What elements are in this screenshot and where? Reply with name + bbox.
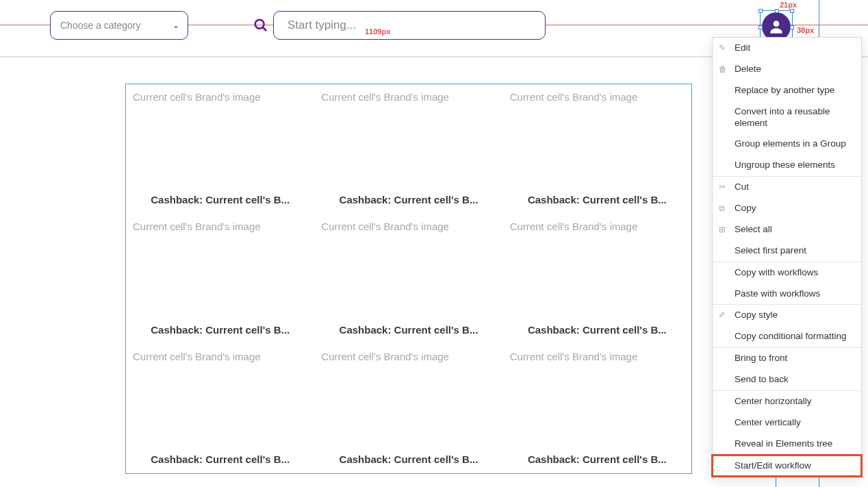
- paint-icon: ✐: [719, 310, 726, 321]
- menu-item-center-vertically[interactable]: Center vertically: [713, 412, 861, 434]
- grid-cell[interactable]: Current cell's Brand's image Cashback: C…: [314, 344, 502, 473]
- grid-cell[interactable]: Current cell's Brand's image Cashback: C…: [503, 344, 691, 473]
- search-input[interactable]: Start typing...: [273, 11, 546, 40]
- grid-cell[interactable]: Current cell's Brand's image Cashback: C…: [314, 214, 502, 343]
- resize-handle[interactable]: [790, 9, 794, 13]
- menu-item-label: Ungroup these elements: [735, 160, 835, 170]
- resize-handle[interactable]: [758, 25, 763, 29]
- cashback-label: Cashback: Current cell's B...: [503, 453, 691, 465]
- image-placeholder: Current cell's Brand's image: [510, 91, 680, 103]
- grid-icon: ⊞: [719, 225, 726, 235]
- grid-cell[interactable]: Current cell's Brand's image Cashback: C…: [126, 84, 314, 214]
- menu-item-label: Delete: [735, 64, 761, 74]
- menu-item-copy-style[interactable]: ✐Copy style: [713, 305, 861, 326]
- menu-item-label: Group elements in a Group: [735, 138, 846, 149]
- menu-item-center-horizontally[interactable]: Center horizontally: [713, 391, 861, 412]
- menu-item-label: Edit: [735, 42, 750, 53]
- menu-item-group-elements-in-a-group[interactable]: Group elements in a Group: [713, 134, 861, 155]
- menu-item-cut[interactable]: ✂Cut: [713, 177, 861, 198]
- menu-item-label: Center vertically: [735, 417, 801, 427]
- image-placeholder: Current cell's Brand's image: [321, 221, 492, 232]
- menu-item-label: Copy style: [735, 310, 778, 320]
- menu-item-label: Paste with workflows: [735, 288, 820, 299]
- menu-item-convert-into-a-reusable-element[interactable]: Convert into a reusable element: [713, 101, 861, 134]
- svg-line-1: [263, 27, 266, 31]
- menu-item-label: Convert into a reusable element: [735, 106, 830, 128]
- category-dropdown[interactable]: Choose a category ⌄: [50, 11, 188, 40]
- search-placeholder: Start typing...: [288, 18, 356, 32]
- edit-icon: ✎: [719, 43, 726, 53]
- menu-item-edit[interactable]: ✎Edit: [713, 38, 861, 59]
- menu-item-bring-to-front[interactable]: Bring to front: [713, 348, 861, 369]
- image-placeholder: Current cell's Brand's image: [133, 221, 303, 232]
- image-placeholder: Current cell's Brand's image: [133, 91, 303, 103]
- search-icon: [253, 18, 268, 36]
- cashback-label: Cashback: Current cell's B...: [314, 194, 502, 205]
- dimension-label-width: 1109px: [365, 27, 390, 36]
- menu-item-paste-with-workflows[interactable]: Paste with workflows: [713, 284, 861, 305]
- menu-item-label: Copy: [735, 203, 756, 213]
- cashback-label: Cashback: Current cell's B...: [314, 324, 502, 336]
- image-placeholder: Current cell's Brand's image: [321, 91, 492, 103]
- menu-item-label: Bring to front: [735, 353, 787, 363]
- grid-cell[interactable]: Current cell's Brand's image Cashback: C…: [314, 84, 502, 214]
- grid-cell[interactable]: Current cell's Brand's image Cashback: C…: [503, 84, 691, 214]
- menu-item-label: Replace by another type: [735, 85, 834, 95]
- menu-item-ungroup-these-elements[interactable]: Ungroup these elements: [713, 155, 861, 176]
- menu-item-label: Copy with workflows: [735, 267, 818, 277]
- context-menu: ✎Edit🗑DeleteReplace by another typeConve…: [712, 37, 862, 477]
- cashback-label: Cashback: Current cell's B...: [126, 324, 314, 336]
- trash-icon: 🗑: [719, 64, 727, 75]
- menu-item-reveal-in-elements-tree[interactable]: Reveal in Elements tree: [713, 434, 861, 455]
- menu-item-delete[interactable]: 🗑Delete: [713, 59, 861, 80]
- repeating-group[interactable]: Current cell's Brand's image Cashback: C…: [125, 84, 692, 474]
- menu-item-copy-conditional-formatting[interactable]: Copy conditional formatting: [713, 326, 861, 347]
- cut-icon: ✂: [719, 182, 726, 192]
- category-placeholder: Choose a category: [60, 20, 141, 31]
- grid-cell[interactable]: Current cell's Brand's image Cashback: C…: [126, 344, 314, 473]
- chevron-down-icon: ⌄: [173, 21, 179, 30]
- menu-item-label: Start/Edit workflow: [735, 460, 811, 471]
- grid-cell[interactable]: Current cell's Brand's image Cashback: C…: [126, 214, 314, 343]
- cashback-label: Cashback: Current cell's B...: [126, 194, 314, 205]
- menu-item-label: Select first parent: [735, 245, 806, 255]
- resize-handle[interactable]: [790, 25, 794, 29]
- cashback-label: Cashback: Current cell's B...: [126, 453, 314, 465]
- cashback-label: Cashback: Current cell's B...: [503, 324, 691, 336]
- resize-handle[interactable]: [775, 9, 779, 13]
- menu-item-copy[interactable]: ⧉Copy: [713, 198, 861, 219]
- menu-item-label: Select all: [735, 224, 772, 234]
- menu-item-label: Reveal in Elements tree: [735, 438, 832, 449]
- copy-icon: ⧉: [719, 203, 725, 214]
- menu-item-start-edit-workflow[interactable]: Start/Edit workflow: [713, 455, 861, 477]
- cashback-label: Cashback: Current cell's B...: [503, 194, 691, 205]
- dimension-label-top: 21px: [780, 1, 797, 9]
- menu-item-select-all[interactable]: ⊞Select all: [713, 219, 861, 240]
- menu-item-label: Center horizontally: [735, 396, 812, 406]
- menu-item-send-to-back[interactable]: Send to back: [713, 369, 861, 390]
- menu-item-label: Cut: [735, 182, 749, 192]
- dimension-label-right: 38px: [797, 26, 814, 34]
- menu-item-copy-with-workflows[interactable]: Copy with workflows: [713, 262, 861, 284]
- image-placeholder: Current cell's Brand's image: [510, 351, 680, 362]
- menu-item-replace-by-another-type[interactable]: Replace by another type: [713, 80, 861, 101]
- image-placeholder: Current cell's Brand's image: [321, 351, 492, 362]
- grid-cell[interactable]: Current cell's Brand's image Cashback: C…: [503, 214, 691, 343]
- menu-item-label: Send to back: [735, 374, 789, 384]
- cashback-label: Cashback: Current cell's B...: [314, 453, 502, 465]
- menu-item-select-first-parent[interactable]: Select first parent: [713, 240, 861, 262]
- image-placeholder: Current cell's Brand's image: [133, 351, 303, 362]
- resize-handle[interactable]: [758, 9, 763, 13]
- menu-item-label: Copy conditional formatting: [735, 331, 847, 341]
- image-placeholder: Current cell's Brand's image: [510, 221, 680, 232]
